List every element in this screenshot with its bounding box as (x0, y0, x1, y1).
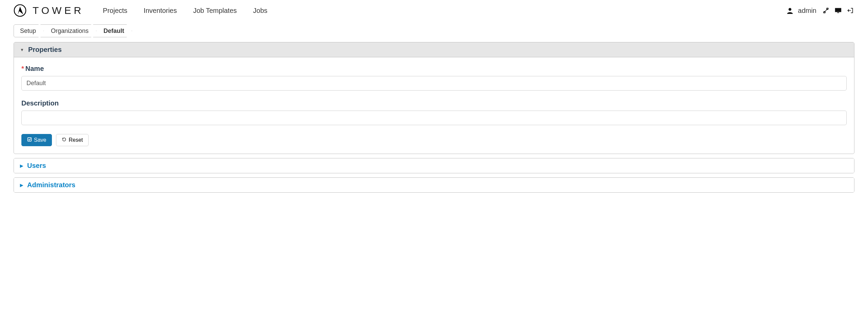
breadcrumb-organizations[interactable]: Organizations (40, 24, 96, 37)
undo-icon (62, 137, 67, 143)
description-input[interactable] (21, 111, 847, 125)
breadcrumb-wrap: Setup Organizations Default (0, 21, 868, 42)
nav-item-jobs[interactable]: Jobs (253, 7, 267, 15)
admins-title: Administrators (27, 181, 75, 189)
monitor-icon[interactable] (834, 6, 842, 15)
button-row: Save Reset (21, 134, 847, 146)
name-label-text: Name (25, 65, 44, 72)
navbar-right: admin (786, 6, 854, 15)
nav-item-job-templates[interactable]: Job Templates (193, 7, 237, 15)
svg-rect-3 (837, 13, 839, 13)
properties-panel-body: *Name Description (14, 57, 854, 154)
administrators-panel: ▶ Administrators (14, 177, 854, 193)
reset-button[interactable]: Reset (56, 134, 89, 146)
name-label: *Name (21, 65, 847, 73)
administrators-panel-header[interactable]: ▶ Administrators (14, 178, 854, 192)
svg-rect-2 (835, 8, 841, 12)
breadcrumb-setup[interactable]: Setup (14, 24, 44, 37)
breadcrumb: Setup Organizations Default (14, 24, 132, 37)
required-star-icon: * (21, 65, 24, 72)
reset-button-label: Reset (69, 137, 83, 143)
save-button-label: Save (34, 137, 46, 143)
user-icon[interactable] (786, 6, 794, 15)
svg-rect-4 (28, 138, 32, 141)
users-title: Users (27, 162, 46, 170)
logo-group[interactable]: TOWER (14, 4, 84, 17)
nav-item-projects[interactable]: Projects (103, 7, 127, 15)
description-label-text: Description (21, 99, 59, 107)
name-input[interactable] (21, 76, 847, 91)
name-form-group: *Name (21, 65, 847, 91)
breadcrumb-label: Setup (20, 27, 36, 35)
caret-right-icon: ▶ (20, 183, 23, 188)
svg-point-1 (788, 8, 791, 11)
properties-title: Properties (28, 46, 62, 54)
description-label: Description (21, 99, 847, 107)
ansible-logo-icon (14, 4, 26, 17)
caret-down-icon: ▼ (20, 47, 24, 52)
nav-item-inventories[interactable]: Inventories (144, 7, 177, 15)
nav-items: Projects Inventories Job Templates Jobs (103, 7, 267, 15)
description-form-group: Description (21, 99, 847, 125)
save-button[interactable]: Save (21, 134, 52, 146)
breadcrumb-default[interactable]: Default (93, 24, 132, 37)
properties-panel: ▼ Properties *Name Description (14, 42, 854, 154)
top-navbar: TOWER Projects Inventories Job Templates… (0, 0, 868, 21)
caret-right-icon: ▶ (20, 163, 23, 168)
users-panel: ▶ Users (14, 158, 854, 173)
check-icon (27, 137, 32, 143)
panel-stack: ▼ Properties *Name Description (0, 42, 868, 193)
breadcrumb-label: Default (103, 27, 124, 35)
username-label[interactable]: admin (798, 7, 816, 15)
breadcrumb-label: Organizations (51, 27, 89, 35)
settings-icon[interactable] (822, 6, 830, 15)
brand-text: TOWER (33, 5, 84, 16)
logout-icon[interactable] (846, 6, 854, 15)
properties-panel-header[interactable]: ▼ Properties (14, 42, 854, 57)
users-panel-header[interactable]: ▶ Users (14, 158, 854, 173)
